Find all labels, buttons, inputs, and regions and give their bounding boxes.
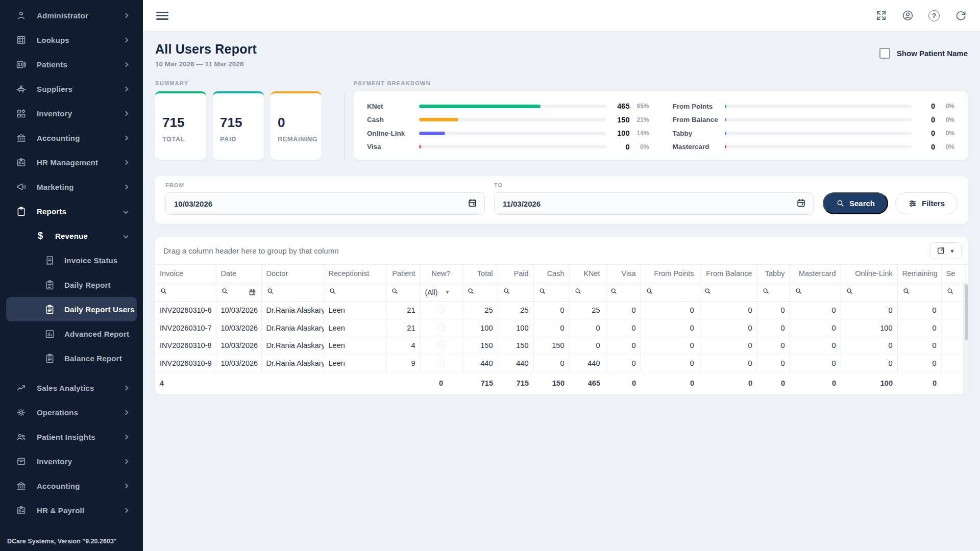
filter-cell-paid[interactable] — [498, 283, 533, 302]
cell-new-checkbox[interactable] — [420, 319, 462, 337]
sidebar-item-lookups[interactable]: Lookups — [0, 28, 143, 52]
sidebar-item-operations[interactable]: Operations — [0, 400, 143, 424]
column-header-patient[interactable]: Patient — [386, 265, 420, 283]
sidebar-item-inventory[interactable]: Inventory — [0, 101, 143, 126]
filter-cell-remaining[interactable] — [897, 283, 941, 302]
filter-cell-receptionist[interactable] — [324, 283, 386, 302]
filter-cell-new[interactable]: (All)▼ — [420, 283, 462, 302]
cell-new-checkbox[interactable] — [420, 337, 462, 355]
hamburger-menu-icon[interactable] — [156, 12, 168, 20]
filter-cell-from-balance[interactable] — [699, 283, 757, 302]
account-icon[interactable] — [901, 10, 914, 22]
column-header-total[interactable]: Total — [462, 265, 498, 283]
scrollbar-thumb[interactable] — [965, 284, 968, 340]
column-header-date[interactable]: Date — [216, 265, 261, 283]
column-header-from-points[interactable]: From Points — [641, 265, 699, 283]
filter-cell-cash[interactable] — [533, 283, 569, 302]
calendar-icon[interactable] — [796, 198, 806, 209]
search-icon — [467, 287, 475, 297]
cell-new-checkbox[interactable] — [420, 302, 462, 319]
column-header-paid[interactable]: Paid — [498, 265, 533, 283]
column-header-visa[interactable]: Visa — [605, 265, 641, 283]
sidebar-item-patients[interactable]: Patients — [0, 52, 143, 77]
sidebar-item-accounting[interactable]: Accounting — [0, 126, 143, 150]
from-date-input[interactable]: 10/03/2026 — [165, 192, 485, 215]
sidebar-item-balance-report[interactable]: Balance Report — [0, 346, 143, 370]
clipboard-icon — [15, 206, 27, 217]
table-row[interactable]: INV20260310-910/03/2026Dr.Rania Alaskary… — [155, 355, 965, 372]
chevron-right-icon — [124, 13, 129, 18]
column-header-tabby[interactable]: Tabby — [757, 265, 790, 283]
column-header-cash[interactable]: Cash — [533, 265, 569, 283]
sidebar-item-patient-insights[interactable]: Patient Insights — [0, 424, 143, 449]
column-header-doctor[interactable]: Doctor — [261, 265, 324, 283]
filters-sliders-icon — [908, 199, 917, 208]
column-header-invoice[interactable]: Invoice — [155, 265, 216, 283]
dollar-icon: $ — [35, 230, 46, 241]
column-header-mastercard[interactable]: Mastercard — [790, 265, 841, 283]
filter-cell-se[interactable] — [941, 283, 965, 302]
to-date-input[interactable]: 11/03/2026 — [494, 192, 814, 215]
column-header-receptionist[interactable]: Receptionist — [324, 265, 386, 283]
summary-cell-from-points: 0 — [641, 372, 699, 394]
cell-new-checkbox[interactable] — [420, 355, 462, 372]
search-button[interactable]: Search — [823, 192, 888, 214]
payment-amount: 0 — [912, 116, 935, 124]
calendar-icon[interactable] — [249, 288, 257, 296]
filter-cell-date[interactable] — [216, 283, 261, 302]
filters-button[interactable]: Filters — [895, 192, 958, 214]
patients-icon — [15, 59, 27, 70]
sidebar-item-revenue[interactable]: $Revenue — [0, 223, 143, 248]
table-row[interactable]: INV20260310-710/03/2026Dr.Rania Alaskary… — [155, 319, 965, 337]
table-row[interactable]: INV20260310-610/03/2026Dr.Rania Alaskary… — [155, 302, 965, 319]
filter-cell-tabby[interactable] — [757, 283, 790, 302]
sidebar-item-accounting[interactable]: Accounting — [0, 473, 143, 498]
show-patient-name-toggle[interactable]: Show Patient Name — [879, 48, 968, 59]
sidebar-item-inventory[interactable]: Inventory — [0, 449, 143, 473]
sidebar-nav: AdministratorLookupsPatientsSuppliersInv… — [0, 0, 143, 522]
search-icon — [538, 287, 546, 297]
column-header-from-balance[interactable]: From Balance — [699, 265, 757, 283]
cell-receptionist: Leen — [324, 337, 386, 355]
export-button[interactable]: ▼ — [930, 242, 962, 259]
cell-se — [941, 355, 965, 372]
cell-remaining: 0 — [897, 337, 941, 355]
filter-cell-patient[interactable] — [386, 283, 420, 302]
sidebar-item-sales-analytics[interactable]: Sales Analytics — [0, 375, 143, 400]
table-row[interactable]: INV20260310-810/03/2026Dr.Rania Alaskary… — [155, 337, 965, 355]
filter-cell-total[interactable] — [462, 283, 498, 302]
column-header-online-link[interactable]: Online-Link — [841, 265, 897, 283]
column-header-remaining[interactable]: Remaining — [897, 265, 941, 283]
show-patient-name-checkbox[interactable] — [879, 48, 890, 59]
filter-cell-visa[interactable] — [605, 283, 641, 302]
fullscreen-icon[interactable] — [875, 10, 887, 22]
filter-cell-knet[interactable] — [569, 283, 605, 302]
sidebar-item-reports[interactable]: Reports — [0, 199, 143, 223]
filter-cell-invoice[interactable] — [155, 283, 216, 302]
sidebar-item-suppliers[interactable]: Suppliers — [0, 77, 143, 101]
new-filter-select[interactable]: (All)▼ — [425, 288, 457, 296]
filter-cell-mastercard[interactable] — [790, 283, 841, 302]
column-header-new[interactable]: New? — [420, 265, 462, 283]
refresh-icon[interactable] — [954, 10, 967, 22]
sidebar-item-invoice-status[interactable]: Invoice Status — [0, 248, 143, 272]
sidebar-item-administrator[interactable]: Administrator — [0, 3, 143, 28]
calendar-icon[interactable] — [468, 198, 477, 209]
sidebar-item-marketing[interactable]: Marketing — [0, 174, 143, 199]
chevron-right-icon — [124, 483, 129, 488]
chevron-right-icon — [124, 135, 129, 140]
filter-cell-doctor[interactable] — [261, 283, 324, 302]
filter-cell-online-link[interactable] — [841, 283, 897, 302]
summary-cell-online-link: 100 — [841, 372, 897, 394]
column-header-se[interactable]: Se — [941, 265, 965, 283]
vertical-scrollbar[interactable] — [963, 283, 968, 394]
sidebar-item-advanced-report[interactable]: Advanced Report — [0, 321, 143, 346]
sidebar-item-daily-report-users[interactable]: Daily Report Users — [6, 297, 137, 321]
filter-cell-from-points[interactable] — [641, 283, 699, 302]
cell-cash: 0 — [533, 319, 569, 337]
sidebar-item-hr-payroll[interactable]: HR & Payroll — [0, 498, 143, 522]
sidebar-item-hr-management[interactable]: HR Management — [0, 150, 143, 174]
sidebar-item-daily-report[interactable]: Daily Report — [0, 272, 143, 297]
column-header-knet[interactable]: KNet — [569, 265, 605, 283]
help-icon[interactable]: ? — [928, 10, 940, 22]
